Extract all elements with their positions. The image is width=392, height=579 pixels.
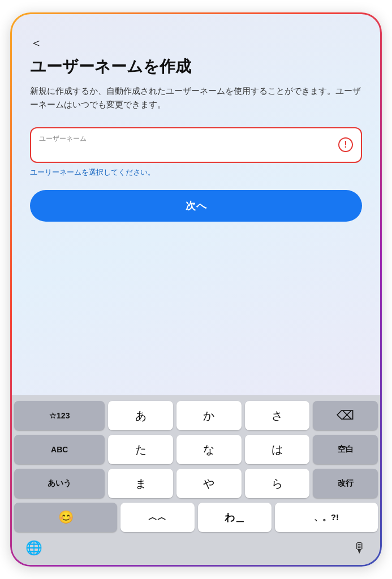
key-wa[interactable]: わ＿ [198, 503, 272, 532]
key-caps[interactable]: ︿︿ [120, 503, 194, 532]
username-input-inner: ユーザーネーム [39, 134, 334, 156]
key-abc[interactable]: ABC [14, 435, 105, 464]
keyboard-row-1: ☆123 あ か さ ⌫ [14, 401, 378, 430]
key-na[interactable]: な [176, 435, 242, 464]
key-punctuation[interactable]: 、。?! [275, 503, 378, 532]
phone-screen: ＜ ユーザーネームを作成 新規に作成するか、自動作成されたユーザーネームを使用す… [12, 14, 380, 565]
keyboard-row-4: 😊 ︿︿ わ＿ 、。?! [14, 503, 378, 532]
key-ma[interactable]: ま [108, 469, 173, 498]
key-aiueo[interactable]: あいう [14, 469, 105, 498]
description-text: 新規に作成するか、自動作成されたユーザーネームを使用することができます。ユーザー… [30, 84, 362, 111]
username-input[interactable] [39, 145, 334, 156]
key-a[interactable]: あ [108, 401, 173, 430]
spacer [12, 222, 380, 395]
key-space[interactable]: 空白 [313, 435, 378, 464]
next-button[interactable]: 次へ [30, 190, 362, 222]
key-ra[interactable]: ら [245, 469, 310, 498]
globe-icon[interactable]: 🌐 [25, 540, 42, 556]
key-sa[interactable]: さ [245, 401, 310, 430]
key-ta[interactable]: た [108, 435, 173, 464]
key-return[interactable]: 改行 [313, 469, 378, 498]
key-ha[interactable]: は [245, 435, 310, 464]
back-button[interactable]: ＜ [30, 34, 42, 51]
key-symbols[interactable]: ☆123 [14, 401, 105, 430]
error-icon: ! [338, 137, 353, 152]
key-backspace[interactable]: ⌫ [313, 401, 378, 430]
keyboard: ☆123 あ か さ ⌫ ABC た な は 空白 あいう ま や ら 改行 [12, 395, 380, 565]
phone-frame: ＜ ユーザーネームを作成 新規に作成するか、自動作成されたユーザーネームを使用す… [10, 12, 382, 567]
key-ya[interactable]: や [176, 469, 242, 498]
username-input-wrapper[interactable]: ユーザーネーム ! [30, 127, 362, 163]
mic-icon[interactable]: 🎙 [353, 540, 367, 556]
key-ka[interactable]: か [176, 401, 242, 430]
keyboard-bottom-bar: 🌐 🎙 [14, 537, 378, 556]
keyboard-row-2: ABC た な は 空白 [14, 435, 378, 464]
error-message: ユーリーネームを選択してください。 [30, 167, 362, 178]
content-area: ＜ ユーザーネームを作成 新規に作成するか、自動作成されたユーザーネームを使用す… [12, 14, 380, 222]
keyboard-row-3: あいう ま や ら 改行 [14, 469, 378, 498]
key-emoji[interactable]: 😊 [14, 503, 117, 532]
input-label: ユーザーネーム [39, 134, 334, 144]
page-title: ユーザーネームを作成 [30, 57, 362, 76]
